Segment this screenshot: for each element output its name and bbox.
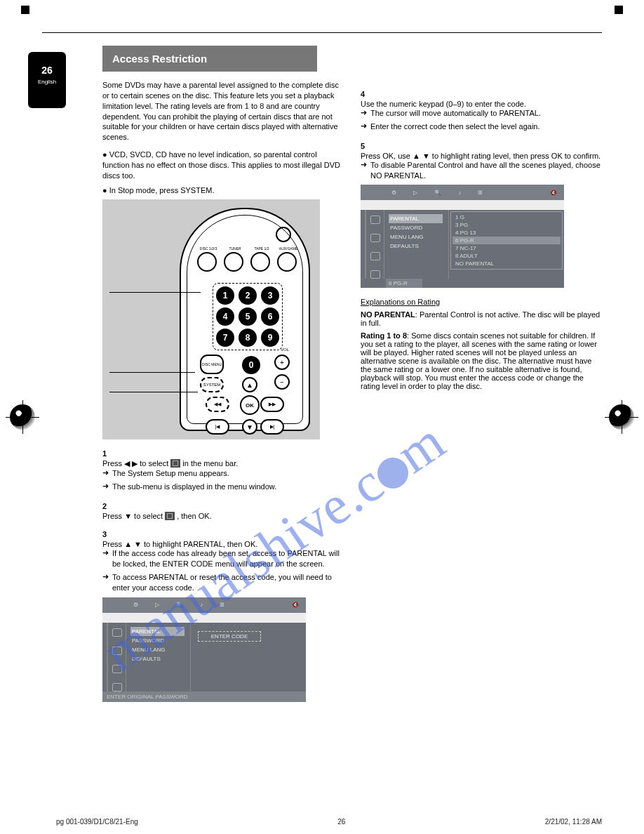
footer-right: 2/21/02, 11:28 AM (545, 818, 602, 826)
vol-up-button: + (274, 355, 290, 370)
key-2: 2 (239, 286, 257, 305)
vol-down-button: − (274, 374, 290, 390)
osd-password-screen: ⚙ ▷ 🔍 ♪ ⊞ 🔇 (102, 597, 306, 702)
key-6: 6 (261, 307, 279, 326)
arrow-icon: ➜ (102, 482, 112, 492)
up-button: ▲ (242, 377, 257, 392)
numeric-keypad: 1 2 3 4 5 6 7 8 (213, 283, 283, 350)
arrow-icon: ➜ (361, 121, 370, 132)
audio-icon: ♪ (200, 602, 203, 608)
footer: pg 001-039/D1/C8/21-Eng 26 2/21/02, 11:2… (56, 818, 602, 826)
osd-enter-code: ENTER CODE (198, 631, 261, 642)
step3-res2: To access PARENTAL or reset the access c… (112, 572, 344, 593)
key-9: 9 (261, 329, 279, 347)
rating-1g: 1 G (452, 213, 561, 221)
sidebar-icon-1 (370, 216, 380, 224)
rating-noparental: NO PARENTAL (452, 260, 561, 267)
vol-label: VOL (281, 348, 289, 352)
osd-item-defaults: DEFAULTS (132, 654, 185, 663)
step4-num: 4 (361, 90, 602, 98)
intro-text: Some DVDs may have a parental level assi… (102, 80, 344, 143)
section-header: Access Restriction (102, 46, 317, 72)
key-7: 7 (216, 329, 234, 347)
play-icon: ▷ (413, 190, 417, 196)
key-8: 8 (239, 329, 257, 347)
system-button: SYSTEM (200, 377, 224, 392)
explain-rating18: Rating 1 to 8: Some discs contain scenes… (361, 331, 602, 390)
step1-result: The System Setup menu appears. (112, 468, 344, 479)
step5-text: Press OK, use ▲ ▼ to highlight rating le… (361, 152, 602, 160)
osd-menu-left: PARENTAL PASSWORD MENU LANG DEFAULTS (384, 210, 449, 279)
step4-text: Use the numeric keypad (0–9) to enter th… (361, 100, 602, 108)
step3-text: Press ▲ ▼ to highlight PARENTAL, then OK… (102, 540, 344, 548)
right-column: 4 Use the numeric keypad (0–9) to enter … (361, 80, 602, 702)
explain-noparental: NO PARENTAL: Parental Control is not act… (361, 310, 602, 327)
rating-4pg13: 4 PG 13 (452, 229, 561, 237)
footer-center: 26 (337, 818, 345, 826)
osd-topbar: ⚙ ▷ 🔍 ♪ ⊞ 🔇 (102, 597, 306, 613)
osd-item-defaults: DEFAULTS (390, 241, 443, 251)
osd-sidebar (107, 623, 126, 691)
footer-left: pg 001-039/D1/C8/21-Eng (56, 818, 138, 826)
sidebar-icon-1 (112, 628, 122, 637)
arrow-icon: ➜ (102, 572, 112, 593)
osd-item-menulang: MENU LANG (390, 232, 443, 241)
rating-6pgr: 6 PG-R (452, 237, 561, 244)
power-icon (276, 227, 291, 242)
mute-icon: 🔇 (292, 602, 299, 608)
step4-res2: Enter the correct code then select the l… (370, 121, 602, 132)
osd-item-menulang: MENU LANG (132, 645, 185, 654)
src-aux: AUX/GAME (277, 252, 297, 272)
rewind-button: ◀◀ (206, 397, 229, 412)
src-tape: TAPE 1/2 (250, 252, 270, 272)
search-icon: 🔍 (176, 602, 183, 608)
prev-button: |◀ (206, 419, 229, 435)
sidebar-icon-4 (112, 683, 122, 691)
arrow-icon: ➜ (361, 160, 370, 181)
step3-res1: If the access code has already been set,… (112, 548, 344, 569)
osd-item-password: PASSWORD (132, 636, 185, 645)
osd-item-parental: PARENTAL (130, 627, 185, 636)
osd-ratings-screen: ⚙ ▷ 🔍 ♪ ⊞ 🔇 (361, 185, 564, 288)
src-tuner: TUNER (224, 252, 243, 272)
osd-item-password: PASSWORD (390, 223, 443, 232)
key-3: 3 (261, 286, 279, 305)
step1-text: Press ◀ ▶ to select in the menu bar. (102, 459, 344, 468)
sidebar-icon-2 (370, 234, 380, 242)
video-icon: ⊞ (220, 602, 224, 608)
explain-heading: Explanations on Rating (361, 298, 602, 306)
osd-hint: ENTER ORIGINAL PASSWORD (102, 691, 306, 702)
next-button: ▶| (260, 419, 284, 435)
src-disc: DISC 1/2/3 (197, 252, 217, 272)
sidebar-icon-4 (370, 270, 380, 279)
step5-num: 5 (361, 142, 602, 150)
search-icon: 🔍 (434, 190, 441, 196)
key-1: 1 (216, 286, 234, 305)
step3-num: 3 (102, 530, 344, 538)
bullet-2: In Stop mode, press SYSTEM. (102, 185, 344, 196)
arrow-icon: ➜ (102, 548, 112, 569)
sidebar-icon-3 (370, 252, 380, 260)
step5-res: To disable Parental Control and have all… (370, 160, 602, 181)
ok-button: OK (240, 395, 260, 415)
setup-icon: ⚙ (133, 602, 138, 608)
disc-menu-button: DISC MENU (200, 355, 224, 374)
key-5: 5 (239, 307, 257, 326)
video-icon: ⊞ (478, 190, 483, 196)
rating-7nc17: 7 NC-17 (452, 244, 561, 252)
remote-diagram: DISC 1/2/3 TUNER TAPE 1/2 AUX/GAME 1 2 3 (102, 199, 320, 439)
rating-8adult: 8 ADULT (452, 252, 561, 260)
callout-line-ok (109, 392, 198, 392)
sidebar-icon-3 (112, 665, 122, 673)
setup-icon (170, 459, 180, 468)
forward-button: ▶▶ (260, 397, 284, 412)
arrow-icon: ➜ (361, 108, 370, 119)
callout-line-keypad (109, 292, 201, 293)
top-rule (42, 32, 602, 33)
osd-sidebar (365, 210, 384, 279)
key-4: 4 (216, 307, 234, 326)
step1-sub: The sub-menu is displayed in the menu wi… (112, 482, 344, 492)
step4-res1: The cursor will move automatically to PA… (370, 108, 602, 119)
bullet-1: VCD, SVCD, CD have no level indication, … (102, 150, 344, 181)
step2-num: 2 (102, 502, 344, 510)
